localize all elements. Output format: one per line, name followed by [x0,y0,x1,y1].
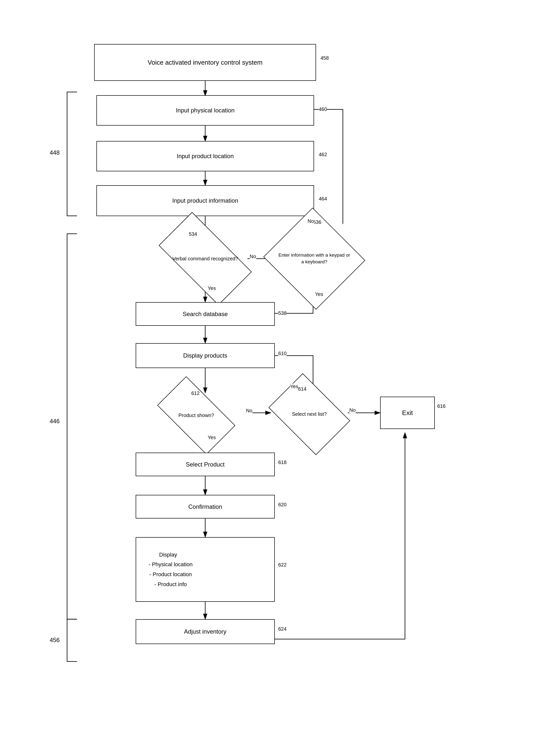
ref-460: 460 [319,107,327,112]
ref-462: 462 [319,152,327,157]
label-no-product: No [246,408,253,413]
label-yes-verbal: Yes [208,286,216,291]
bracket-456: 456 [50,637,60,643]
box-adjust-inventory: Adjust inventory [136,619,275,644]
ref-620: 620 [278,502,286,507]
box-search-db: Search database [136,302,275,326]
diamond-product-shown: Product shown? [159,393,234,438]
diamond-select-next: Select next list? [273,388,345,440]
label-yes-keypad: Yes [315,291,323,297]
label-no-next: No [349,407,356,413]
box-exit: Exit [380,397,435,429]
box-input-physical: Input physical location [96,95,314,126]
ref-618: 618 [278,460,286,465]
ref-616: 616 [437,403,445,409]
diamond-enter-keypad: Enter information with a keypad or a key… [273,221,355,296]
ref-538: 538 [278,310,286,316]
ref-624: 624 [278,626,286,632]
box-voice-system: Voice activated inventory control system [94,44,316,81]
box-display-info: Display - Physical location - Product lo… [136,537,275,602]
display-info-text: Display - Physical location - Product lo… [144,550,193,589]
label-yes-next: Yes [290,384,298,389]
box-display-products: Display products [136,343,275,368]
label-no-verbal: No [250,254,256,259]
bracket-446: 446 [50,418,60,425]
box-input-product-loc: Input product location [96,141,314,171]
ref-622: 622 [278,562,286,568]
ref-534: 534 [189,231,197,237]
diamond-verbal-command: Verbal command recognized? [159,234,252,284]
ref-612: 612 [191,390,200,396]
diagram-container: Voice activated inventory control system… [0,0,560,751]
label-yes-product: Yes [208,435,216,440]
ref-464: 464 [319,196,327,202]
label-no-keypad-top: No [307,218,314,224]
ref-458: 458 [320,55,329,61]
box-select-product: Select Product [136,452,275,476]
ref-614: 614 [298,386,306,392]
ref-536: 536 [313,219,321,225]
box-input-product-info: Input product information [96,185,314,216]
ref-610: 610 [278,351,286,357]
bracket-448: 448 [50,149,60,156]
box-confirmation: Confirmation [136,495,275,519]
